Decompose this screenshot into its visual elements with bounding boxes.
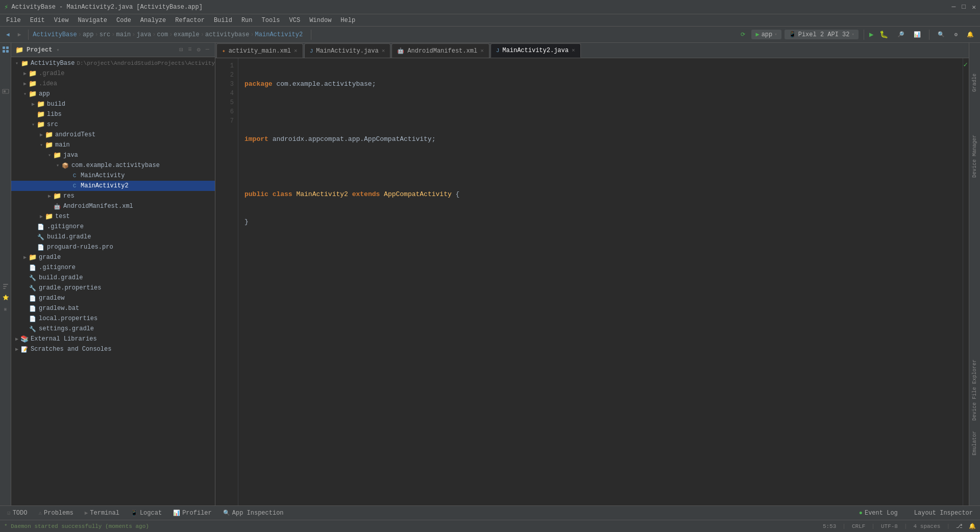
tree-gitignore-root[interactable]: ▶ 📄 .gitignore — [11, 262, 215, 273]
tree-gradle-root[interactable]: ▶ 📁 gradle — [11, 252, 215, 262]
tree-androidtest[interactable]: ▶ 📁 androidTest — [11, 130, 215, 140]
collapse-all-button[interactable]: ⊟ — [178, 45, 184, 54]
menu-vcs[interactable]: VCS — [285, 16, 305, 25]
tab-androidmanifest-xml-close[interactable]: × — [480, 48, 484, 54]
tree-java[interactable]: ▾ 📁 java — [11, 150, 215, 160]
indent-label[interactable]: 4 spaces — [914, 523, 941, 529]
tree-proguard[interactable]: ▶ 📄 proguard-rules.pro — [11, 242, 215, 252]
tab-androidmanifest-xml[interactable]: 🤖 AndroidManifest.xml × — [391, 43, 489, 58]
gradle-panel-label[interactable]: Gradle — [972, 74, 977, 92]
run-button[interactable]: ▶ — [869, 30, 873, 39]
tree-buildgradle-app[interactable]: ▶ 🔧 build.gradle — [11, 232, 215, 242]
breadcrumb-com[interactable]: com — [157, 31, 168, 38]
menu-analyze[interactable]: Analyze — [136, 16, 170, 25]
tree-gitignore-app[interactable]: ▶ 📄 .gitignore — [11, 222, 215, 232]
maximize-button[interactable]: □ — [962, 3, 966, 11]
emulator-panel-label[interactable]: Emulator — [972, 431, 977, 455]
project-icon[interactable] — [1, 45, 10, 54]
resource-manager-icon[interactable] — [1, 87, 10, 96]
settings-button[interactable]: ⚙ — [951, 30, 961, 39]
menu-edit[interactable]: Edit — [26, 16, 49, 25]
tree-gradle-hidden[interactable]: ▶ 📁 .gradle — [11, 68, 215, 79]
tree-androidmanifest[interactable]: ▶ 🤖 AndroidManifest.xml — [11, 201, 215, 211]
device-file-explorer-label[interactable]: Device File Explorer — [972, 359, 977, 421]
breadcrumb-example[interactable]: example — [174, 31, 199, 38]
tree-app[interactable]: ▾ 📁 app — [11, 89, 215, 99]
tab-activity-main-xml[interactable]: ✦ activity_main.xml × — [216, 43, 303, 58]
favorites-icon[interactable]: ⭐ — [1, 293, 10, 302]
menu-code[interactable]: Code — [112, 16, 135, 25]
tree-root[interactable]: ▾ 📁 ActivityBase D:\project\AndroidStudi… — [11, 58, 215, 68]
run-config-selector[interactable]: ▶ app ▾ — [751, 30, 781, 39]
expand-all-button[interactable]: ≡ — [186, 45, 193, 54]
menu-tools[interactable]: Tools — [258, 16, 284, 25]
close-button[interactable]: ✕ — [972, 3, 976, 11]
tree-src[interactable]: ▾ 📁 src — [11, 119, 215, 130]
tree-localprops[interactable]: ▶ 📄 local.properties — [11, 313, 215, 324]
sync-button[interactable]: ⟳ — [738, 30, 748, 39]
build-variants-icon[interactable]: ▣ — [1, 304, 10, 313]
bottom-tab-terminal[interactable]: ▶ Terminal — [80, 509, 125, 518]
breadcrumb-src[interactable]: src — [100, 31, 111, 38]
tab-mainactivity-java-close[interactable]: × — [382, 48, 385, 54]
project-dropdown-icon[interactable]: ▾ — [56, 47, 59, 53]
breadcrumb-mainactivity2[interactable]: MainActivity2 — [255, 31, 303, 38]
device-manager-panel-label[interactable]: Device Manager — [972, 135, 977, 178]
minimize-panel-button[interactable]: ─ — [204, 45, 211, 54]
menu-refactor[interactable]: Refactor — [171, 16, 209, 25]
tab-mainactivity-java[interactable]: J MainActivity.java × — [304, 43, 391, 58]
tree-test[interactable]: ▶ 📁 test — [11, 211, 215, 222]
tab-mainactivity2-java[interactable]: J MainActivity2.java × — [491, 43, 581, 58]
nav-forward-button[interactable]: ▶ — [15, 30, 24, 39]
bottom-tab-app-inspection[interactable]: 🔍 App Inspection — [218, 509, 289, 518]
structure-icon[interactable] — [1, 282, 10, 291]
tree-scratches[interactable]: ▶ 📝 Scratches and Consoles — [11, 344, 215, 354]
bottom-tab-profiler[interactable]: 📊 Profiler — [168, 509, 217, 518]
tab-activity-main-xml-close[interactable]: × — [294, 48, 298, 54]
tree-external-libraries[interactable]: ▶ 📚 External Libraries — [11, 334, 215, 344]
breadcrumb-activitybase2[interactable]: activitybase — [205, 31, 249, 38]
tree-gradleprops[interactable]: ▶ 🔧 gradle.properties — [11, 283, 215, 293]
cursor-position[interactable]: 5:53 — [823, 523, 836, 529]
profile-button[interactable]: 📊 — [911, 30, 924, 39]
tree-res[interactable]: ▶ 📁 res — [11, 191, 215, 201]
coverage-button[interactable]: 🔎 — [894, 30, 908, 39]
tree-mainactivity[interactable]: ▶ C MainActivity — [11, 171, 215, 181]
bottom-tab-event-log[interactable]: ● Event Log — [854, 509, 903, 518]
tree-settingsgradle[interactable]: ▶ 🔧 settings.gradle — [11, 324, 215, 334]
menu-file[interactable]: File — [2, 16, 25, 25]
device-selector[interactable]: 📱 Pixel 2 API 32 ▾ — [785, 30, 859, 39]
tree-gradlew[interactable]: ▶ 📄 gradlew — [11, 293, 215, 303]
search-everywhere-button[interactable]: 🔍 — [935, 30, 948, 39]
notifications-button[interactable]: 🔔 — [964, 30, 977, 39]
menu-build[interactable]: Build — [210, 16, 236, 25]
notifications-icon[interactable]: 🔔 — [969, 523, 976, 529]
bottom-tab-logcat[interactable]: 📱 Logcat — [126, 509, 167, 518]
tree-main[interactable]: ▾ 📁 main — [11, 140, 215, 150]
minimize-button[interactable]: ─ — [952, 3, 956, 11]
tab-mainactivity2-java-close[interactable]: × — [572, 47, 575, 54]
nav-back-button[interactable]: ◀ — [3, 30, 13, 39]
breadcrumb-app[interactable]: app — [83, 31, 94, 38]
debug-button[interactable]: 🐛 — [876, 29, 891, 40]
tree-idea[interactable]: ▶ 📁 .idea — [11, 79, 215, 89]
tree-buildgradle-root[interactable]: ▶ 🔧 build.gradle — [11, 273, 215, 283]
tree-build[interactable]: ▶ 📁 build — [11, 99, 215, 109]
tree-libs[interactable]: ▶ 📁 libs — [11, 109, 215, 119]
encoding[interactable]: UTF-8 — [881, 523, 898, 529]
editor-scrollbar[interactable]: ✓ — [963, 58, 969, 505]
breadcrumb-java[interactable]: java — [137, 31, 152, 38]
menu-run[interactable]: Run — [237, 16, 257, 25]
menu-view[interactable]: View — [50, 16, 73, 25]
menu-navigate[interactable]: Navigate — [74, 16, 111, 25]
tree-gradlew-bat[interactable]: ▶ 📄 gradlew.bat — [11, 303, 215, 313]
menu-help[interactable]: Help — [336, 16, 359, 25]
line-ending[interactable]: CRLF — [852, 523, 865, 529]
bottom-tab-layout-inspector[interactable]: Layout Inspector — [909, 509, 978, 518]
bottom-tab-todo[interactable]: ☑ TODO — [2, 509, 32, 518]
tree-package[interactable]: ▾ 📦 com.example.activitybase — [11, 160, 215, 171]
settings-gear-icon[interactable]: ⚙ — [195, 45, 202, 54]
menu-window[interactable]: Window — [305, 16, 335, 25]
breadcrumb-main[interactable]: main — [116, 31, 131, 38]
tree-mainactivity2[interactable]: ▶ C MainActivity2 — [11, 181, 215, 191]
